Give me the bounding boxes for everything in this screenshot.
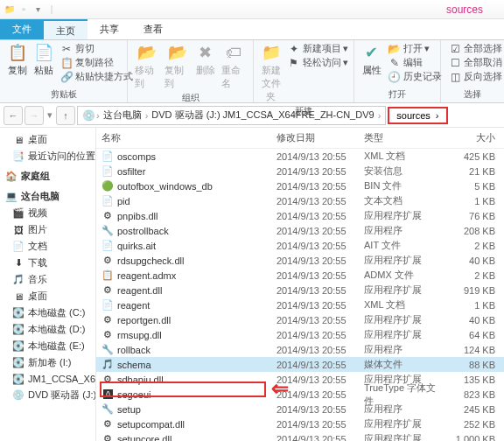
nav-desktop2[interactable]: 🖥桌面: [0, 288, 95, 304]
file-row[interactable]: 📄reagent2014/9/13 20:55XML 文档1 KB: [96, 298, 504, 312]
nav-video[interactable]: 🎬视频: [0, 205, 95, 221]
props-button[interactable]: ✔属性: [361, 42, 382, 77]
forward-button[interactable]: →: [24, 106, 44, 125]
selectnone-icon: ☐: [448, 57, 462, 69]
nav-music[interactable]: 🎵音乐: [0, 271, 95, 288]
selectnone-button[interactable]: ☐全部取消: [448, 56, 502, 69]
tab-view[interactable]: 查看: [131, 19, 175, 39]
qat-props-icon[interactable]: ▾: [32, 4, 44, 16]
file-size: 1,000 KB: [443, 434, 495, 442]
file-size: 2 KB: [443, 241, 495, 251]
ribbon: 📋复制 📄粘贴 ✂剪切 📋复制路径 🔗粘贴快捷方式 剪贴板 📂移动到 📂复制到 …: [0, 40, 504, 103]
nav-locale[interactable]: 💽本地磁盘 (E:): [0, 338, 95, 354]
file-row[interactable]: 📄pid2014/9/13 20:55文本文档1 KB: [96, 193, 504, 208]
back-button[interactable]: ←: [4, 106, 23, 125]
copyto-button[interactable]: 📂复制到: [164, 42, 189, 90]
copypath-button[interactable]: 📋复制路径: [60, 56, 133, 69]
file-type: 媒体文件: [364, 358, 443, 371]
easyaccess-button[interactable]: ⚑轻松访问 ▾: [287, 56, 348, 69]
nav-thispc[interactable]: 💻这台电脑: [0, 188, 95, 205]
clipboard-group-label: 剪贴板: [7, 87, 120, 101]
pastesc-button[interactable]: 🔗粘贴快捷方式: [60, 70, 133, 83]
recent-dropdown-icon[interactable]: ▾: [46, 109, 54, 121]
edit-button[interactable]: ✎编辑: [388, 56, 442, 69]
delete-button[interactable]: ✖删除: [195, 42, 216, 77]
copy-button[interactable]: 📋复制: [7, 42, 28, 77]
nav-downloads[interactable]: ⬇下载: [0, 255, 95, 271]
nav-documents[interactable]: 📄文档: [0, 238, 95, 255]
file-name: pid: [117, 196, 130, 206]
file-row[interactable]: 🔧postrollback2014/9/13 20:55应用程序208 KB: [96, 223, 504, 238]
file-row[interactable]: 🟢outofbox_windows_db2014/9/13 20:55BIN 文…: [96, 178, 504, 193]
nav-dvd[interactable]: 💿DVD 驱动器 (J:): [0, 387, 95, 403]
history-button[interactable]: 🕘历史记录: [388, 70, 442, 83]
file-row[interactable]: 🅰segoeui2014/9/13 20:55TrueType 字体文件823 …: [96, 387, 504, 402]
file-size: 919 KB: [443, 285, 495, 296]
file-row[interactable]: ⚙rdsupgcheck.dll2014/9/13 20:55应用程序扩展40 …: [96, 253, 504, 268]
crumb-thispc[interactable]: 这台电脑: [101, 108, 144, 122]
drive-icon: 💽: [12, 307, 24, 319]
file-type: 应用程序扩展: [364, 417, 443, 430]
file-row[interactable]: ⚙sdbapiu.dll2014/9/13 20:55应用程序扩展135 KB: [96, 372, 504, 387]
file-row[interactable]: ⚙reportgen.dll2014/9/13 20:55应用程序扩展40 KB: [96, 312, 504, 327]
nav-pictures[interactable]: 🖼图片: [0, 221, 95, 238]
nav-locald[interactable]: 💽本地磁盘 (D:): [0, 321, 95, 338]
selectall-button[interactable]: ☑全部选择: [448, 42, 502, 55]
file-icon: ⚙: [102, 210, 114, 222]
copy-label: 复制: [8, 64, 27, 77]
open-button[interactable]: 📂打开 ▾: [388, 42, 442, 55]
col-date[interactable]: 修改日期: [276, 131, 364, 144]
file-name: reagent: [117, 300, 150, 311]
file-icon: 📋: [102, 270, 114, 282]
file-row[interactable]: 🔧setup2014/9/13 20:55应用程序245 KB: [96, 402, 504, 416]
nav-jm1[interactable]: 💽JM1_CCSA_X6 (: [0, 371, 95, 387]
tab-home[interactable]: 主页: [44, 19, 88, 39]
col-size[interactable]: 大小: [443, 131, 495, 144]
file-name: sdbapiu.dll: [117, 374, 164, 385]
file-row[interactable]: ⚙pnpibs.dll2014/9/13 20:55应用程序扩展76 KB: [96, 208, 504, 223]
file-row[interactable]: ⚙rmsupg.dll2014/9/13 20:55应用程序扩展64 KB: [96, 327, 504, 342]
tab-file[interactable]: 文件: [0, 19, 44, 39]
drive-icon: 💽: [12, 340, 24, 353]
qat-divider: |: [46, 4, 58, 16]
tab-share[interactable]: 共享: [88, 19, 131, 39]
breadcrumb[interactable]: 💿 › 这台电脑› DVD 驱动器 (J:) JM1_CCSA_X64FRE_Z…: [77, 106, 386, 125]
file-type: ADMX 文件: [364, 269, 443, 282]
moveto-button[interactable]: 📂移动到: [135, 42, 159, 90]
crumb-sources[interactable]: sources: [396, 110, 430, 121]
rename-button[interactable]: 🏷重命名: [221, 42, 246, 90]
newitem-button[interactable]: ✦新建项目 ▾: [287, 42, 348, 55]
file-row[interactable]: ⚙setupcompat.dll2014/9/13 20:55应用程序扩展252…: [96, 416, 504, 431]
main-area: 🖥桌面 📑最近访问的位置 🏠家庭组 💻这台电脑 🎬视频 🖼图片 📄文档 ⬇下载 …: [0, 128, 504, 441]
col-name[interactable]: 名称: [102, 131, 276, 144]
file-row[interactable]: 📄quirks.ait2014/9/13 20:55AIT 文件2 KB: [96, 238, 504, 253]
file-row[interactable]: 🔧rollback2014/9/13 20:55应用程序124 KB: [96, 342, 504, 357]
nav-desktop[interactable]: 🖥桌面: [0, 131, 95, 148]
group-select: ☑全部选择 ☐全部取消 ◫反向选择 选择: [441, 40, 504, 102]
file-size: 245 KB: [443, 404, 495, 415]
file-date: 2014/9/13 20:55: [276, 315, 364, 326]
qat-new-icon[interactable]: ▫: [18, 4, 30, 16]
crumb-dvd[interactable]: DVD 驱动器 (J:) JM1_CCSA_X64FRE_ZH-CN_DV9: [149, 108, 376, 122]
drive-icon: 💽: [12, 357, 24, 369]
file-type: 应用程序: [364, 224, 443, 237]
selectinvert-button[interactable]: ◫反向选择: [448, 70, 502, 83]
file-row[interactable]: 📋reagent.admx2014/9/13 20:55ADMX 文件2 KB: [96, 268, 504, 283]
up-button[interactable]: ↑: [56, 106, 75, 125]
file-row[interactable]: 🎵schema2014/9/13 20:55媒体文件88 KB: [96, 357, 504, 372]
file-row[interactable]: ⚙setupcore.dll2014/9/13 20:55应用程序扩展1,000…: [96, 431, 504, 441]
cut-button[interactable]: ✂剪切: [60, 42, 133, 55]
file-date: 2014/9/13 20:55: [276, 241, 364, 251]
file-row[interactable]: 📄oscomps2014/9/13 20:55XML 文档425 KB: [96, 149, 504, 164]
newfolder-button[interactable]: 📁新建 文件夹: [261, 42, 282, 103]
paste-button[interactable]: 📄粘贴: [33, 42, 54, 77]
col-type[interactable]: 类型: [364, 131, 443, 144]
nav-recent[interactable]: 📑最近访问的位置: [0, 148, 95, 164]
file-row[interactable]: ⚙reagent.dll2014/9/13 20:55应用程序扩展919 KB: [96, 283, 504, 298]
file-row[interactable]: 📄osfilter2014/9/13 20:55安装信息21 KB: [96, 164, 504, 178]
nav-homegroup[interactable]: 🏠家庭组: [0, 168, 95, 185]
nav-localc[interactable]: 💽本地磁盘 (C:): [0, 304, 95, 321]
nav-newvol[interactable]: 💽新加卷 (I:): [0, 354, 95, 371]
file-icon: 🔧: [102, 403, 114, 416]
file-icon: 🎵: [102, 359, 114, 371]
